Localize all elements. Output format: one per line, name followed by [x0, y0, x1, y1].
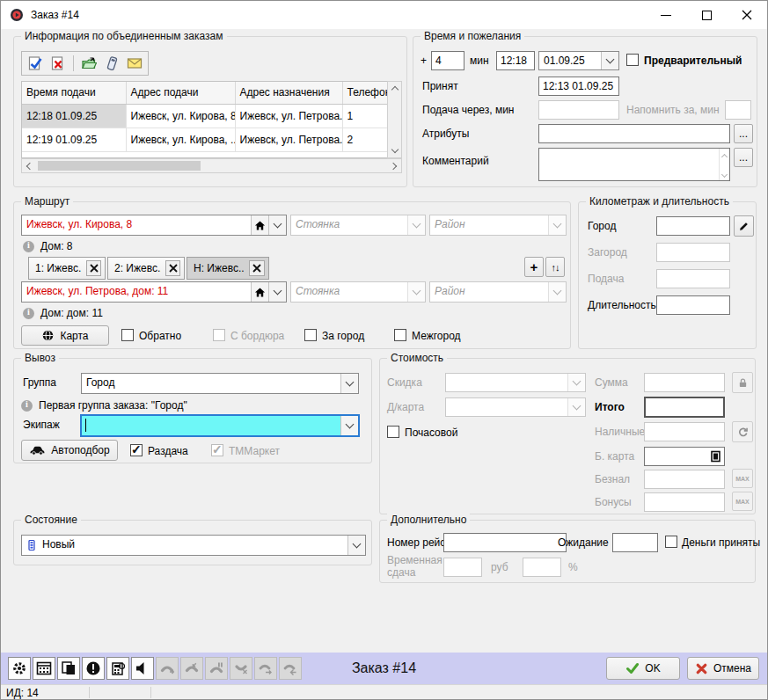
- table-horizontal-scrollbar[interactable]: [21, 158, 402, 173]
- scroll-left-arrow[interactable]: [22, 159, 35, 172]
- dropdown-button[interactable]: [601, 52, 618, 69]
- ok-button[interactable]: OK: [606, 657, 680, 680]
- comment-textarea[interactable]: [538, 148, 730, 181]
- maximize-button[interactable]: [686, 1, 727, 29]
- close-waypoint-icon[interactable]: [249, 260, 265, 276]
- close-waypoint-icon[interactable]: [86, 260, 101, 276]
- out-of-town-checkbox[interactable]: [304, 329, 317, 341]
- footer-bar: Заказ #14 OK Отмена: [1, 653, 767, 684]
- lock-icon: [737, 377, 749, 389]
- phone-call-icon: [159, 660, 175, 676]
- waypoint-tab-2[interactable]: 2: Ижевс...: [107, 257, 185, 280]
- sound-button[interactable]: [131, 657, 154, 680]
- minimize-button[interactable]: [646, 1, 686, 29]
- waypoint-tab-1[interactable]: 1: Ижевс...: [28, 257, 106, 280]
- from-parking-combo[interactable]: Стоянка: [290, 215, 426, 236]
- accepted-time-field[interactable]: [538, 77, 619, 96]
- total-input[interactable]: [644, 397, 725, 418]
- comment-spinner[interactable]: [719, 149, 729, 180]
- delete-order-button[interactable]: [48, 54, 68, 73]
- accept-order-button[interactable]: [26, 54, 45, 73]
- dropdown-button[interactable]: [268, 282, 286, 302]
- crew-combo[interactable]: [81, 415, 359, 436]
- col-header-pickup-time[interactable]: Время подачи: [22, 82, 126, 104]
- open-order-button[interactable]: [79, 54, 99, 73]
- dropdown-button[interactable]: [407, 215, 425, 235]
- cell-phone[interactable]: 2: [342, 128, 387, 151]
- cell-phone[interactable]: 1: [342, 104, 387, 128]
- col-header-pickup-address[interactable]: Адрес подачи: [126, 82, 235, 104]
- tariff-calculator-button[interactable]: [106, 657, 129, 680]
- pickup-date-combo[interactable]: 01.09.25: [538, 51, 619, 70]
- distribution-checkbox[interactable]: [130, 444, 143, 456]
- city-km-input[interactable]: [656, 216, 730, 236]
- copy-order-button[interactable]: [57, 657, 80, 680]
- scroll-right-arrow[interactable]: [388, 159, 401, 172]
- folder-export-icon: [81, 55, 97, 71]
- pickup-time-input[interactable]: [496, 51, 535, 70]
- to-district-combo[interactable]: Район: [429, 281, 567, 303]
- return-trip-checkbox[interactable]: [121, 329, 134, 341]
- duration-input[interactable]: [656, 295, 730, 315]
- dropdown-button[interactable]: [268, 215, 286, 235]
- cell-pickup-time[interactable]: 12:18 01.09.25: [22, 104, 126, 128]
- to-parking-combo[interactable]: Стоянка: [290, 281, 426, 303]
- col-header-destination-address[interactable]: Адрес назначения: [235, 82, 342, 104]
- comment-more-button[interactable]: ...: [734, 148, 753, 167]
- send-mail-button[interactable]: [125, 54, 144, 73]
- from-address-combo[interactable]: Ижевск, ул. Кирова, 8: [21, 215, 287, 236]
- state-combo[interactable]: Новый: [21, 535, 366, 556]
- reorder-waypoints-button[interactable]: ↑↓: [545, 257, 565, 277]
- scroll-down-arrow[interactable]: [388, 144, 401, 157]
- col-header-phone[interactable]: Телефон: [342, 82, 387, 104]
- dropdown-button[interactable]: [407, 282, 425, 302]
- dropdown-button[interactable]: [347, 536, 365, 555]
- money-received-checkbox[interactable]: [665, 536, 677, 548]
- cell-pickup-address[interactable]: Ижевск, ул. Кирова, 8: [126, 104, 235, 128]
- sum-label: Сумма: [595, 376, 628, 389]
- preliminary-checkbox[interactable]: [626, 54, 639, 66]
- scroll-up-arrow[interactable]: [388, 82, 401, 95]
- chevron-down-icon: [413, 219, 421, 228]
- dispatch-group: Вывоз Группа Город Первая группа заказа:…: [13, 358, 372, 463]
- tmmarket-label: ТММаркет: [229, 445, 280, 457]
- dropdown-button[interactable]: [548, 282, 566, 302]
- edit-mileage-button[interactable]: [734, 215, 754, 237]
- from-district-combo[interactable]: Район: [429, 215, 567, 236]
- calendar-button[interactable]: [33, 657, 55, 680]
- cell-pickup-address[interactable]: Ижевск, ул. Кирова, ...: [126, 128, 235, 151]
- important-info-button[interactable]: [82, 657, 105, 680]
- attributes-more-button[interactable]: ...: [734, 124, 753, 143]
- scrollbar-thumb[interactable]: [38, 161, 201, 171]
- cell-pickup-time[interactable]: 12:19 01.09.25: [22, 128, 126, 151]
- attributes-input[interactable]: [538, 124, 730, 143]
- bonus-label: Бонусы: [595, 496, 632, 508]
- dropdown-button[interactable]: [340, 374, 358, 393]
- intercity-checkbox[interactable]: [394, 329, 406, 341]
- home-button[interactable]: [251, 215, 268, 235]
- table-vertical-scrollbar[interactable]: [387, 81, 402, 158]
- waypoint-tab-destination[interactable]: Н: Ижевс...: [187, 257, 269, 280]
- close-waypoint-icon[interactable]: [165, 260, 180, 276]
- cell-destination-address[interactable]: Ижевск, ул. Петрова...: [235, 128, 342, 151]
- auto-assign-button[interactable]: Автоподбор: [21, 440, 118, 461]
- minutes-offset-input[interactable]: [431, 51, 464, 70]
- add-waypoint-button[interactable]: +: [524, 257, 544, 277]
- hourly-checkbox[interactable]: [387, 426, 399, 438]
- close-button[interactable]: [727, 1, 767, 29]
- bankcard-input[interactable]: [644, 447, 725, 466]
- cancel-button[interactable]: Отмена: [687, 657, 759, 680]
- cell-destination-address[interactable]: Ижевск, ул. Петрова...: [235, 104, 342, 128]
- to-address-combo[interactable]: Ижевск, ул. Петрова, дом: 11: [21, 281, 287, 303]
- district-placeholder: Район: [430, 282, 548, 302]
- waiting-input[interactable]: [612, 533, 658, 552]
- out-of-town-label: За город: [322, 330, 364, 342]
- dropdown-button[interactable]: [340, 416, 358, 435]
- group-combo[interactable]: Город: [81, 373, 359, 394]
- home-button[interactable]: [251, 282, 268, 302]
- call-client-button[interactable]: [102, 54, 121, 73]
- settings-button[interactable]: [8, 657, 31, 680]
- dropdown-button[interactable]: [548, 215, 566, 235]
- map-button[interactable]: Карта: [21, 325, 109, 346]
- flight-number-input[interactable]: [443, 533, 567, 552]
